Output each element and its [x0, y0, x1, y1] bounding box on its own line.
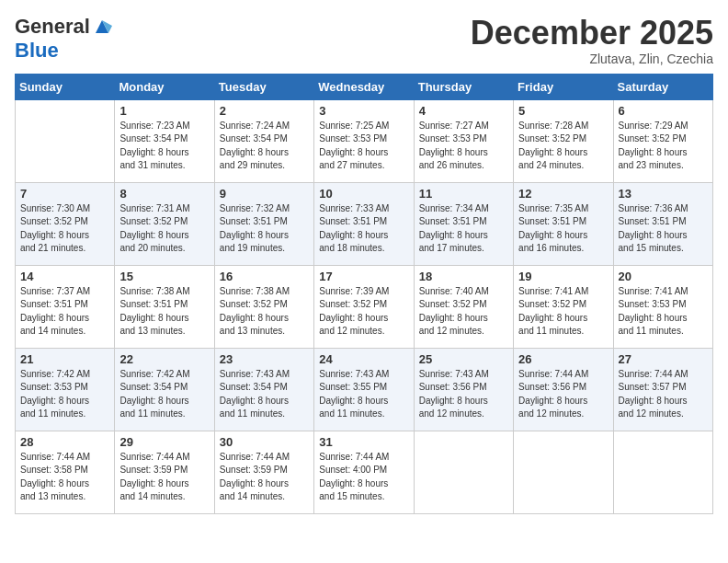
calendar-cell: 7Sunrise: 7:30 AMSunset: 3:52 PMDaylight…: [16, 182, 115, 265]
day-info: Sunrise: 7:42 AMSunset: 3:53 PMDaylight:…: [20, 368, 109, 421]
day-info: Sunrise: 7:38 AMSunset: 3:52 PMDaylight:…: [220, 285, 309, 339]
calendar-cell: [414, 431, 513, 513]
calendar-cell: 31Sunrise: 7:44 AMSunset: 4:00 PMDayligh…: [314, 431, 414, 513]
calendar-cell: 6Sunrise: 7:29 AMSunset: 3:52 PMDaylight…: [613, 99, 712, 182]
week-row-2: 7Sunrise: 7:30 AMSunset: 3:52 PMDaylight…: [16, 182, 713, 265]
column-header-tuesday: Tuesday: [214, 74, 313, 99]
month-title: December 2025: [471, 15, 713, 52]
calendar-cell: 30Sunrise: 7:44 AMSunset: 3:59 PMDayligh…: [214, 431, 313, 513]
calendar-cell: 1Sunrise: 7:23 AMSunset: 3:54 PMDaylight…: [115, 99, 214, 182]
calendar-cell: 25Sunrise: 7:43 AMSunset: 3:56 PMDayligh…: [414, 348, 513, 431]
day-info: Sunrise: 7:44 AMSunset: 3:57 PMDaylight:…: [619, 368, 708, 421]
day-info: Sunrise: 7:37 AMSunset: 3:51 PMDaylight:…: [20, 285, 109, 339]
column-header-wednesday: Wednesday: [314, 74, 414, 99]
day-info: Sunrise: 7:31 AMSunset: 3:52 PMDaylight:…: [119, 202, 209, 256]
week-row-3: 14Sunrise: 7:37 AMSunset: 3:51 PMDayligh…: [16, 265, 713, 348]
calendar-cell: 14Sunrise: 7:37 AMSunset: 3:51 PMDayligh…: [16, 265, 115, 348]
calendar-body: 1Sunrise: 7:23 AMSunset: 3:54 PMDaylight…: [16, 99, 713, 513]
day-number: 5: [518, 104, 608, 118]
day-info: Sunrise: 7:41 AMSunset: 3:53 PMDaylight:…: [619, 285, 708, 339]
day-number: 27: [619, 352, 708, 366]
day-number: 15: [119, 270, 209, 283]
week-row-4: 21Sunrise: 7:42 AMSunset: 3:53 PMDayligh…: [16, 348, 713, 431]
calendar-cell: 4Sunrise: 7:27 AMSunset: 3:53 PMDaylight…: [414, 99, 513, 182]
day-info: Sunrise: 7:40 AMSunset: 3:52 PMDaylight:…: [419, 285, 508, 339]
calendar-cell: 28Sunrise: 7:44 AMSunset: 3:58 PMDayligh…: [16, 431, 115, 513]
day-number: 2: [220, 104, 309, 118]
page-header: General Blue December 2025 Zlutava, Zlin…: [15, 15, 713, 66]
calendar-cell: 8Sunrise: 7:31 AMSunset: 3:52 PMDaylight…: [115, 182, 214, 265]
calendar-cell: 29Sunrise: 7:44 AMSunset: 3:59 PMDayligh…: [115, 431, 214, 513]
day-number: 10: [319, 187, 408, 201]
day-info: Sunrise: 7:44 AMSunset: 3:59 PMDaylight:…: [119, 451, 209, 504]
day-info: Sunrise: 7:44 AMSunset: 3:58 PMDaylight:…: [20, 451, 109, 504]
calendar-cell: 16Sunrise: 7:38 AMSunset: 3:52 PMDayligh…: [214, 265, 313, 348]
column-header-sunday: Sunday: [16, 74, 115, 99]
day-info: Sunrise: 7:36 AMSunset: 3:51 PMDaylight:…: [619, 202, 708, 256]
day-number: 6: [619, 104, 708, 118]
week-row-1: 1Sunrise: 7:23 AMSunset: 3:54 PMDaylight…: [16, 99, 713, 182]
day-number: 13: [619, 187, 708, 201]
day-info: Sunrise: 7:24 AMSunset: 3:54 PMDaylight:…: [220, 120, 309, 173]
calendar-cell: 24Sunrise: 7:43 AMSunset: 3:55 PMDayligh…: [314, 348, 414, 431]
calendar-cell: 5Sunrise: 7:28 AMSunset: 3:52 PMDaylight…: [514, 99, 613, 182]
day-info: Sunrise: 7:44 AMSunset: 3:56 PMDaylight:…: [518, 368, 608, 421]
day-info: Sunrise: 7:43 AMSunset: 3:56 PMDaylight:…: [419, 368, 508, 421]
logo-icon: [92, 17, 112, 37]
column-header-friday: Friday: [514, 74, 613, 99]
calendar-cell: 2Sunrise: 7:24 AMSunset: 3:54 PMDaylight…: [214, 99, 313, 182]
day-info: Sunrise: 7:44 AMSunset: 4:00 PMDaylight:…: [319, 451, 408, 504]
day-number: 21: [20, 352, 109, 366]
calendar-cell: [613, 431, 712, 513]
day-info: Sunrise: 7:23 AMSunset: 3:54 PMDaylight:…: [119, 120, 209, 173]
column-header-monday: Monday: [115, 74, 214, 99]
calendar-cell: 20Sunrise: 7:41 AMSunset: 3:53 PMDayligh…: [613, 265, 712, 348]
day-number: 22: [119, 352, 209, 366]
day-info: Sunrise: 7:28 AMSunset: 3:52 PMDaylight:…: [518, 120, 608, 173]
day-info: Sunrise: 7:35 AMSunset: 3:51 PMDaylight:…: [518, 202, 608, 256]
column-header-thursday: Thursday: [414, 74, 513, 99]
day-info: Sunrise: 7:39 AMSunset: 3:52 PMDaylight:…: [319, 285, 408, 339]
calendar-cell: 19Sunrise: 7:41 AMSunset: 3:52 PMDayligh…: [514, 265, 613, 348]
day-number: 11: [419, 187, 508, 201]
logo: General Blue: [15, 15, 112, 63]
day-number: 8: [119, 187, 209, 201]
day-info: Sunrise: 7:32 AMSunset: 3:51 PMDaylight:…: [220, 202, 309, 256]
day-number: 12: [518, 187, 608, 201]
day-number: 23: [220, 352, 309, 366]
location: Zlutava, Zlin, Czechia: [471, 52, 713, 66]
title-block: December 2025 Zlutava, Zlin, Czechia: [471, 15, 713, 66]
day-number: 1: [119, 104, 209, 118]
day-info: Sunrise: 7:33 AMSunset: 3:51 PMDaylight:…: [319, 202, 408, 256]
calendar-cell: 9Sunrise: 7:32 AMSunset: 3:51 PMDaylight…: [214, 182, 313, 265]
calendar-cell: 18Sunrise: 7:40 AMSunset: 3:52 PMDayligh…: [414, 265, 513, 348]
column-header-saturday: Saturday: [613, 74, 712, 99]
day-number: 24: [319, 352, 408, 366]
day-number: 3: [319, 104, 408, 118]
week-row-5: 28Sunrise: 7:44 AMSunset: 3:58 PMDayligh…: [16, 431, 713, 513]
calendar-cell: 17Sunrise: 7:39 AMSunset: 3:52 PMDayligh…: [314, 265, 414, 348]
day-info: Sunrise: 7:41 AMSunset: 3:52 PMDaylight:…: [518, 285, 608, 339]
day-info: Sunrise: 7:44 AMSunset: 3:59 PMDaylight:…: [220, 451, 309, 504]
calendar-cell: 21Sunrise: 7:42 AMSunset: 3:53 PMDayligh…: [16, 348, 115, 431]
calendar-header: SundayMondayTuesdayWednesdayThursdayFrid…: [16, 74, 713, 99]
day-number: 19: [518, 270, 608, 283]
day-info: Sunrise: 7:43 AMSunset: 3:55 PMDaylight:…: [319, 368, 408, 421]
day-number: 29: [119, 435, 209, 449]
day-number: 20: [619, 270, 708, 283]
day-number: 31: [319, 435, 408, 449]
calendar-cell: 22Sunrise: 7:42 AMSunset: 3:54 PMDayligh…: [115, 348, 214, 431]
day-number: 4: [419, 104, 508, 118]
day-number: 30: [220, 435, 309, 449]
day-info: Sunrise: 7:30 AMSunset: 3:52 PMDaylight:…: [20, 202, 109, 256]
day-number: 18: [419, 270, 508, 283]
day-info: Sunrise: 7:27 AMSunset: 3:53 PMDaylight:…: [419, 120, 508, 173]
logo-blue-text: Blue: [15, 39, 59, 62]
calendar-cell: [16, 99, 115, 182]
day-info: Sunrise: 7:38 AMSunset: 3:51 PMDaylight:…: [119, 285, 209, 339]
logo-general-text: General: [15, 15, 90, 39]
day-info: Sunrise: 7:29 AMSunset: 3:52 PMDaylight:…: [619, 120, 708, 173]
day-number: 17: [319, 270, 408, 283]
day-info: Sunrise: 7:25 AMSunset: 3:53 PMDaylight:…: [319, 120, 408, 173]
calendar-cell: 11Sunrise: 7:34 AMSunset: 3:51 PMDayligh…: [414, 182, 513, 265]
